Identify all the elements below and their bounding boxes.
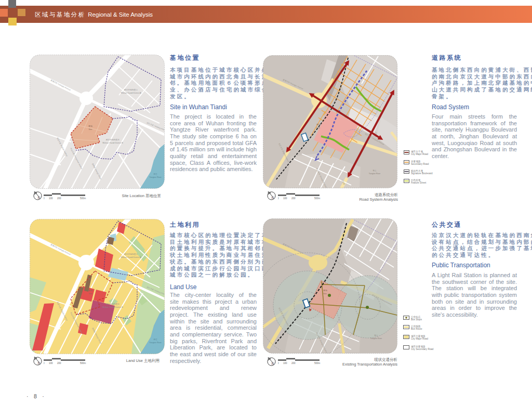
svg-text:200: 200 (57, 197, 61, 200)
svg-text:City Secondary Road: City Secondary Road (411, 348, 434, 350)
svg-text:城市主干道: 城市主干道 (410, 150, 423, 153)
svg-text:N: N (272, 196, 274, 200)
svg-text:100: 100 (49, 197, 53, 200)
svg-text:0: 0 (278, 362, 279, 365)
svg-text:100: 100 (283, 362, 287, 365)
svg-text:City Major Road: City Major Road (411, 153, 428, 155)
svg-text:基地: 基地 (323, 289, 327, 292)
svg-text:基地: 基地 (88, 125, 92, 127)
svg-text:200: 200 (291, 197, 296, 200)
svg-text:0: 0 (44, 362, 45, 365)
svg-text:Bus Route: Bus Route (411, 328, 422, 330)
svg-text:200: 200 (57, 362, 61, 365)
svg-text:Yangtze River: Yangtze River (149, 176, 162, 178)
svg-text:N: N (38, 361, 41, 365)
svg-text:Yangtze River: Yangtze River (149, 342, 162, 344)
svg-text:Site: Site (89, 128, 93, 131)
svg-text:0: 0 (278, 197, 279, 200)
svg-text:Site: Site (316, 126, 321, 129)
svg-text:Yangtze River: Yangtze River (370, 337, 382, 340)
svg-text:Wuhan Tiandi District B: Wuhan Tiandi District B (102, 142, 123, 144)
svg-text:N: N (272, 362, 274, 366)
svg-text:公交站点: 公交站点 (411, 316, 421, 318)
svg-text:500m: 500m (80, 197, 86, 200)
svg-text:Wuhan Tiandi District B: Wuhan Tiandi District B (102, 306, 123, 308)
svg-text:N: N (38, 196, 41, 200)
svg-text:长江: 长江 (372, 170, 377, 172)
svg-text:City Major Road: City Major Road (411, 337, 428, 340)
svg-text:基地: 基地 (88, 289, 92, 292)
svg-text:长江: 长江 (153, 173, 157, 175)
svg-text:武汉天地街区Ｂ: 武汉天地街区Ｂ (106, 138, 120, 141)
svg-text:Bus Stops: Bus Stops (411, 318, 422, 321)
svg-text:0: 0 (44, 197, 45, 200)
svg-text:基地: 基地 (316, 123, 321, 126)
svg-text:Signature Boulevard: Signature Boulevard (411, 172, 433, 175)
svg-text:Site: Site (323, 292, 327, 295)
svg-text:100: 100 (283, 197, 287, 200)
svg-text:长江: 长江 (374, 334, 378, 336)
svg-text:100: 100 (49, 362, 53, 365)
svg-text:Secondary Road: Secondary Road (411, 163, 429, 165)
svg-text:Site: Site (89, 292, 93, 295)
svg-text:500m: 500m (80, 362, 86, 365)
svg-text:公交线路: 公交线路 (411, 325, 421, 328)
svg-text:Wuhan Tiandi District A: Wuhan Tiandi District A (121, 256, 141, 258)
svg-text:Yangtze River: Yangtze River (369, 173, 381, 175)
svg-text:200: 200 (291, 362, 296, 365)
svg-text:武汉天地街区Ａ: 武汉天地街区Ａ (124, 253, 138, 255)
svg-text:Feature Street: Feature Street (411, 181, 427, 184)
svg-text:Wuhan Tiandi District A: Wuhan Tiandi District A (121, 92, 141, 94)
svg-text:长江: 长江 (153, 338, 157, 341)
svg-text:武汉天地街区Ａ: 武汉天地街区Ａ (124, 88, 138, 91)
svg-text:武汉天地街区Ｂ: 武汉天地街区Ｂ (106, 303, 120, 305)
